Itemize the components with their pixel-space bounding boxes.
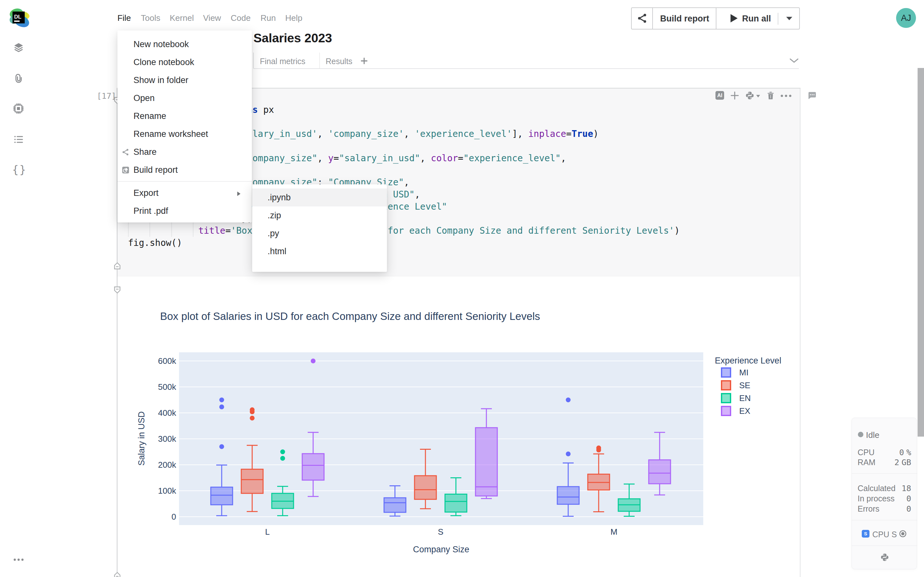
build-report-icon [122, 166, 129, 174]
export-option-py[interactable]: .py [252, 224, 387, 242]
y-tick-label: 600k [158, 356, 176, 366]
menu-item-export[interactable]: Export [118, 184, 252, 202]
y-tick-label: 500k [158, 382, 176, 392]
status-panel: Idle CPU 0 % RAM 2 GB Calculated 18 In p… [851, 418, 917, 569]
menu-item-share[interactable]: Share [118, 143, 252, 161]
legend-item-MI[interactable]: MI [722, 367, 748, 377]
calculated-value: 18 [901, 484, 911, 493]
x-tick-label: S [438, 527, 443, 537]
ram-value: 2 GB [895, 458, 911, 467]
errors-label: Errors [858, 504, 879, 514]
svg-text:MI: MI [739, 367, 748, 377]
panel-divider [852, 474, 917, 474]
python-icon[interactable] [880, 553, 889, 562]
x-axis-title: Company Size [413, 545, 469, 554]
svg-text:SE: SE [739, 380, 750, 390]
y-tick-label: 0 [172, 512, 176, 522]
machine-badge: S [862, 530, 869, 538]
menu-item-new-notebook[interactable]: New notebook [118, 35, 252, 53]
scrollbar-thumb[interactable] [918, 68, 924, 437]
chart-title: Box plot of Salaries in USD for each Com… [160, 310, 540, 322]
export-option-ipynb[interactable]: .ipynb [252, 189, 387, 206]
y-tick-label: 100k [158, 486, 176, 496]
legend-title: Experience Level [715, 356, 781, 366]
legend-item-SE[interactable]: SE [722, 380, 750, 390]
in-process-label: In process [858, 494, 895, 503]
menu-item-print-pdf[interactable]: Print .pdf [118, 202, 252, 220]
panel-divider-2 [852, 520, 917, 520]
export-option-zip[interactable]: .zip [252, 206, 387, 224]
share-icon [122, 148, 129, 156]
export-submenu: .ipynb.zip.py.html [252, 184, 387, 272]
panel-divider-3 [852, 546, 917, 546]
svg-text:EN: EN [739, 393, 751, 403]
x-tick-label: L [265, 527, 270, 537]
menu-separator [118, 181, 252, 182]
legend-item-EX[interactable]: EX [722, 406, 750, 416]
errors-value: 0 [906, 504, 911, 514]
calculated-label: Calculated [858, 484, 895, 493]
export-option-html[interactable]: .html [252, 242, 387, 260]
svg-text:EX: EX [739, 406, 750, 416]
y-tick-label: 200k [158, 460, 176, 470]
kernel-state: Idle [866, 430, 879, 440]
menu-item-clone-notebook[interactable]: Clone notebook [118, 53, 252, 71]
y-tick-label: 300k [158, 434, 176, 444]
menu-item-show-in-folder[interactable]: Show in folder [118, 71, 252, 89]
legend-item-EN[interactable]: EN [722, 393, 751, 403]
menu-item-rename[interactable]: Rename [118, 107, 252, 125]
submenu-arrow-icon [237, 191, 241, 197]
menu-item-rename-worksheet[interactable]: Rename worksheet [118, 125, 252, 143]
in-process-value: 0 [906, 494, 911, 503]
file-menu: New notebookClone notebookShow in folder… [118, 31, 252, 222]
x-tick-label: M [611, 527, 618, 537]
cpu-value: 0 % [899, 448, 911, 457]
menu-item-build-report[interactable]: Build report [118, 161, 252, 179]
y-tick-label: 400k [158, 408, 176, 418]
menu-item-open[interactable]: Open [118, 89, 252, 107]
cpu-label: CPU [858, 448, 875, 457]
status-dot-icon [858, 432, 863, 437]
radio-selected-icon[interactable] [899, 530, 907, 538]
y-axis-title: Salary in USD [137, 411, 146, 466]
machine-label[interactable]: CPU S [872, 530, 897, 539]
ram-label: RAM [858, 458, 876, 467]
